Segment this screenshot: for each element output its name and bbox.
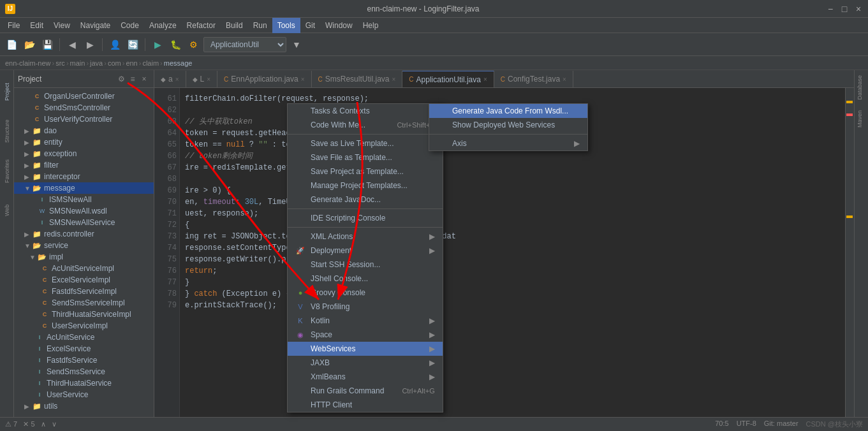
- tree-SendSmsService[interactable]: I SendSmsService: [14, 366, 154, 377]
- bc-com[interactable]: com: [108, 59, 121, 67]
- menu-save-project-template[interactable]: Save Project as Template...: [288, 164, 443, 179]
- toolbar-forward-btn[interactable]: ▶: [82, 37, 98, 52]
- tree-dao[interactable]: ▶ 📁 dao: [14, 125, 154, 136]
- toolbar-back-btn[interactable]: ◀: [64, 37, 80, 52]
- tree-redis-controller[interactable]: ▶ 📁 redis.controller: [14, 228, 154, 240]
- tree-AcUnitServiceImpl[interactable]: C AcUnitServiceImpl: [14, 263, 154, 274]
- menu-start-ssh[interactable]: Start SSH Session...: [288, 258, 443, 272]
- tree-UserVerifyController[interactable]: C UserVerifyController: [14, 113, 154, 125]
- toolbar-combo-arrow[interactable]: ▼: [289, 37, 304, 52]
- menu-save-file-template[interactable]: Save File as Template...: [288, 150, 443, 164]
- tree-UserService[interactable]: I UserService: [14, 389, 154, 400]
- tree-ThirdHuataiService[interactable]: I ThirdHuataiService: [14, 377, 154, 389]
- tab-ApplicationUtil[interactable]: C ApplicationUtil.java ×: [402, 71, 494, 87]
- tab-EnnApplication[interactable]: C EnnApplication.java ×: [217, 71, 311, 87]
- menu-manage-project-templates[interactable]: Manage Project Templates...: [288, 179, 443, 193]
- maven-panel-icon[interactable]: Maven: [855, 105, 868, 133]
- menu-file[interactable]: File: [3, 18, 25, 33]
- tab-close-icon[interactable]: ×: [483, 76, 487, 83]
- bc-java[interactable]: java: [90, 59, 103, 67]
- tree-AcUnitService[interactable]: I AcUnitService: [14, 332, 154, 343]
- project-gear-icon[interactable]: ⚙: [115, 73, 127, 85]
- tab-close-icon[interactable]: ×: [207, 76, 210, 83]
- project-collapse-icon[interactable]: ≡: [127, 73, 138, 85]
- bc-src[interactable]: src: [55, 59, 65, 67]
- menu-http-client[interactable]: HTTP Client: [288, 398, 443, 412]
- tree-entity[interactable]: ▶ 📁 entity: [14, 136, 154, 148]
- tree-message[interactable]: ▼ 📂 message: [14, 182, 154, 194]
- bc-enn[interactable]: enn: [126, 59, 137, 67]
- project-close-icon[interactable]: ×: [138, 73, 150, 85]
- menu-analyze[interactable]: Analyze: [144, 18, 182, 33]
- maximize-button[interactable]: □: [840, 4, 849, 13]
- tree-ThirdHuataiServiceImpl[interactable]: C ThirdHuataiServiceImpl: [14, 309, 154, 320]
- menu-help[interactable]: Help: [358, 18, 384, 33]
- menu-build[interactable]: Build: [221, 18, 248, 33]
- tree-FastdfsServiceImpl[interactable]: C FastdfsServiceImpl: [14, 286, 154, 297]
- tab-SmsResultUtil[interactable]: C SmsResultUtil.java ×: [312, 71, 403, 87]
- menu-show-deployed-ws[interactable]: Show Deployed Web Services: [429, 118, 587, 132]
- menu-navigate[interactable]: Navigate: [75, 18, 115, 33]
- menu-gen-java-from-wsdl[interactable]: Generate Java Code From Wsdl...: [429, 104, 587, 118]
- tab-close-icon[interactable]: ×: [175, 76, 179, 83]
- menu-webservices[interactable]: WebServices ▶: [288, 342, 443, 356]
- tree-SendSmsServiceImpl[interactable]: C SendSmsServiceImpl: [14, 297, 154, 309]
- toolbar-debug-btn[interactable]: 🐛: [168, 37, 183, 52]
- menu-view[interactable]: View: [48, 18, 75, 33]
- tree-SendSmsController[interactable]: C SendSmsController: [14, 102, 154, 113]
- tree-filter[interactable]: ▶ 📁 filter: [14, 159, 154, 171]
- sidebar-web-tab[interactable]: Web: [1, 191, 13, 230]
- menu-xmlbeans[interactable]: XmlBeans ▶: [288, 370, 443, 384]
- tab-close-icon[interactable]: ×: [392, 76, 395, 83]
- close-button[interactable]: ×: [854, 4, 863, 13]
- menu-git[interactable]: Git: [300, 18, 320, 33]
- menu-tools[interactable]: Tools: [272, 18, 300, 33]
- tree-FastdfsService[interactable]: I FastdfsService: [14, 354, 154, 366]
- tree-interceptor[interactable]: ▶ 📁 interceptor: [14, 171, 154, 182]
- menu-window[interactable]: Window: [320, 18, 358, 33]
- tree-ExcelServiceImpl[interactable]: C ExcelServiceImpl: [14, 274, 154, 286]
- bc-main[interactable]: main: [70, 59, 85, 67]
- menu-edit[interactable]: Edit: [25, 18, 48, 33]
- menu-deployment[interactable]: 🚀 Deployment ▶: [288, 244, 443, 258]
- sidebar-structure-tab[interactable]: Structure: [1, 112, 13, 150]
- tab-ConfigTest[interactable]: C ConfigTest.java ×: [494, 71, 573, 87]
- menu-code-with-me[interactable]: Code With Me... Ctrl+Shift+Y: [288, 118, 443, 132]
- menu-code[interactable]: Code: [115, 18, 144, 33]
- tree-impl[interactable]: ▼ 📂 impl: [14, 251, 154, 263]
- tree-service[interactable]: ▼ 📂 service: [14, 240, 154, 251]
- database-panel-icon[interactable]: Database: [855, 70, 868, 105]
- toolbar-save-btn[interactable]: 💾: [40, 37, 55, 52]
- menu-space[interactable]: ◉ Space ▶: [288, 328, 443, 342]
- toolbar-new-btn[interactable]: 📄: [4, 37, 19, 52]
- bc-message[interactable]: message: [164, 59, 193, 67]
- menu-run-grails[interactable]: Run Grails Command Ctrl+Alt+G: [288, 384, 443, 398]
- run-config-combo[interactable]: ApplicationUtil: [203, 37, 286, 52]
- menu-v8-profiling[interactable]: V V8 Profiling: [288, 300, 443, 314]
- tab-a[interactable]: ◆ a ×: [154, 71, 186, 87]
- toolbar-vcs-btn[interactable]: 👤: [107, 37, 122, 52]
- tree-utils[interactable]: ▶ 📁 utils: [14, 400, 154, 412]
- menu-ide-scripting[interactable]: IDE Scripting Console: [288, 211, 443, 225]
- menu-groovy-console[interactable]: ● Groovy Console: [288, 286, 443, 300]
- menu-jshell[interactable]: JShell Console...: [288, 272, 443, 286]
- tree-SMSNewAllService[interactable]: I SMSNewAllService: [14, 217, 154, 228]
- toolbar-run-btn[interactable]: ▶: [150, 37, 165, 52]
- menu-refactor[interactable]: Refactor: [182, 18, 221, 33]
- toolbar-build-btn[interactable]: ⚙: [186, 37, 201, 52]
- menu-kotlin[interactable]: K Kotlin ▶: [288, 314, 443, 328]
- tab-close-icon[interactable]: ×: [563, 76, 566, 83]
- tree-ISMSNewAll[interactable]: I ISMSNewAll: [14, 194, 154, 205]
- bc-claim[interactable]: claim: [142, 59, 159, 67]
- minimize-button[interactable]: −: [826, 4, 835, 13]
- tree-SMSNewAll-wsdl[interactable]: W SMSNewAll.wsdl: [14, 205, 154, 217]
- menu-run[interactable]: Run: [248, 18, 272, 33]
- toolbar-open-btn[interactable]: 📂: [22, 37, 37, 52]
- menu-tasks-contexts[interactable]: Tasks & Contexts ▶: [288, 104, 443, 118]
- tree-exception[interactable]: ▶ 📁 exception: [14, 148, 154, 159]
- tab-close-icon[interactable]: ×: [301, 76, 305, 83]
- sidebar-project-tab[interactable]: Project: [1, 73, 13, 111]
- tree-ExcelService[interactable]: I ExcelService: [14, 343, 154, 354]
- tree-UserServiceImpl[interactable]: C UserServiceImpl: [14, 320, 154, 332]
- menu-jaxb[interactable]: JAXB ▶: [288, 356, 443, 370]
